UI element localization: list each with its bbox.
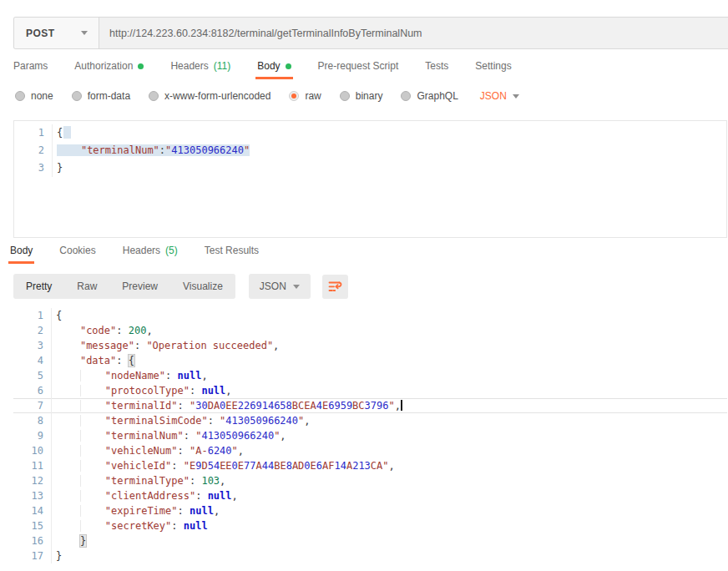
code-line-11: 11 "vehicleId": "E9D54EE0E77A44BE8AD0E6A… (13, 458, 727, 473)
chevron-down-icon (81, 31, 88, 35)
code-content[interactable]: } (52, 548, 727, 563)
token-string-digits: 44 (262, 460, 274, 472)
code-content[interactable]: "expireTime": null, (52, 503, 727, 518)
chevron-down-icon (513, 94, 519, 99)
code-content[interactable]: "terminalNum": "413050966240", (52, 428, 727, 443)
indent-guide (80, 430, 105, 442)
token-punctuation: } (56, 550, 62, 562)
token-punctuation: { (56, 310, 62, 321)
token-key: "terminalNum" (105, 430, 184, 442)
view-mode-raw[interactable]: Raw (64, 274, 109, 299)
token-number: 200 (129, 325, 147, 336)
request-tab-headers[interactable]: Headers(11) (169, 60, 232, 79)
code-content[interactable]: "clientAddress": null, (52, 488, 727, 503)
tab-count-badge: (5) (165, 245, 178, 256)
token-string-digits: 4 (316, 400, 322, 412)
code-line-14: 14 "expireTime": null, (13, 503, 727, 518)
token-punctuation: , (304, 415, 310, 427)
body-mode-graphql[interactable]: GraphQL (401, 90, 458, 102)
token-punctuation: , (395, 400, 401, 412)
code-content[interactable]: "nodeName": null, (52, 368, 727, 383)
indent (57, 144, 81, 156)
code-content[interactable]: } (52, 533, 727, 548)
code-content[interactable]: "terminalType": 103, (52, 473, 727, 488)
tab-label: Test Results (205, 245, 259, 256)
request-tab-body[interactable]: Body (255, 60, 292, 79)
body-mode-x-www-form-urlencoded[interactable]: x-www-form-urlencoded (149, 90, 270, 102)
token-key: "expireTime" (105, 505, 178, 517)
indent (56, 385, 80, 397)
response-tab-body[interactable]: Body (8, 245, 34, 264)
line-number: 15 (13, 518, 52, 533)
tab-label: Authorization (74, 60, 133, 72)
code-content[interactable]: "message": "Operation succeeded", (52, 338, 727, 353)
token-string: "E9D54EE0E77A44BE8AD0E6AF14A213CA" (184, 460, 389, 472)
tab-label: Params (13, 60, 48, 72)
token-null: null (190, 505, 214, 517)
code-content[interactable]: "vehicleNum": "A-6240", (52, 443, 727, 458)
token-null: null (184, 520, 208, 532)
indent-guide (80, 385, 105, 397)
view-mode-preview[interactable]: Preview (109, 274, 170, 299)
token-string-digits: 6240 (208, 445, 232, 457)
response-tab-test-results[interactable]: Test Results (203, 245, 260, 264)
method-select[interactable]: POST (14, 18, 99, 48)
code-content[interactable]: "code": 200, (52, 323, 727, 338)
body-mode-none[interactable]: none (15, 90, 53, 102)
postman-request-view: POST http://124.223.60.234:8182/terminal… (0, 17, 728, 563)
code-content[interactable]: "terminalNum":"413050966240" (53, 142, 726, 159)
body-mode-label: GraphQL (417, 90, 458, 102)
request-tab-params[interactable]: Params (12, 60, 49, 79)
code-line-13: 13 "clientAddress": null, (13, 488, 727, 503)
indent (56, 325, 80, 336)
url-input[interactable]: http://124.223.60.234:8182/terminal/getT… (99, 18, 728, 48)
green-status-dot-icon (138, 63, 144, 69)
token-string-digits: 226914658 (238, 400, 292, 412)
tab-count-badge: (11) (214, 60, 230, 72)
token-null: null (178, 370, 202, 382)
line-number: 3 (13, 338, 52, 353)
token-number: 103 (201, 475, 220, 487)
token-string-digits: 0 (220, 400, 225, 412)
code-line-3: 3} (14, 159, 726, 177)
indent-guide (80, 445, 105, 457)
view-mode-visualize[interactable]: Visualize (170, 274, 235, 299)
body-mode-form-data[interactable]: form-data (72, 90, 130, 102)
body-mode-raw[interactable]: raw (289, 90, 321, 102)
code-content[interactable]: } (53, 159, 726, 177)
response-tab-headers[interactable]: Headers(5) (121, 245, 179, 264)
code-content[interactable]: { (52, 308, 727, 323)
indent (56, 355, 80, 366)
body-mode-binary[interactable]: binary (340, 90, 383, 102)
code-content[interactable]: "terminalId": "30DA0EE226914658BCEA4E695… (52, 398, 727, 413)
line-number: 1 (13, 308, 52, 323)
radio-icon (15, 91, 25, 101)
token-key: "nodeName" (105, 370, 165, 382)
code-content[interactable]: { (53, 124, 726, 142)
code-content[interactable]: "vehicleId": "E9D54EE0E77A44BE8AD0E6AF14… (52, 458, 727, 473)
request-tab-tests[interactable]: Tests (423, 60, 450, 79)
line-number: 2 (13, 323, 52, 338)
code-content[interactable]: "secretKey": null (52, 518, 727, 533)
indent (56, 340, 80, 351)
token-punctuation: , (238, 445, 244, 457)
token-string-digits: 0 (304, 460, 310, 472)
code-content[interactable]: "terminalSimCode": "413050966240", (52, 413, 727, 428)
response-language-select[interactable]: JSON (249, 274, 311, 299)
code-content[interactable]: "protocolType": null, (52, 383, 727, 398)
response-body-editor[interactable]: 1{2 "code": 200,3 "message": "Operation … (13, 308, 727, 563)
request-tab-pre-request-script[interactable]: Pre-request Script (316, 60, 401, 79)
token-punctuation: : (171, 460, 183, 472)
code-content[interactable]: "data": { (52, 353, 727, 368)
indent-guide (80, 520, 105, 532)
view-mode-pretty[interactable]: Pretty (13, 274, 64, 299)
request-tab-settings[interactable]: Settings (473, 60, 513, 79)
request-tab-authorization[interactable]: Authorization (73, 60, 145, 79)
token-null: null (201, 385, 225, 397)
response-tab-cookies[interactable]: Cookies (58, 245, 97, 264)
indent (56, 520, 80, 532)
wrap-lines-button[interactable] (322, 275, 348, 299)
request-body-editor[interactable]: 1{2 "terminalNum":"413050966240"3} (13, 120, 727, 238)
token-punctuation: , (220, 475, 225, 487)
raw-language-select[interactable]: JSON (480, 90, 519, 102)
